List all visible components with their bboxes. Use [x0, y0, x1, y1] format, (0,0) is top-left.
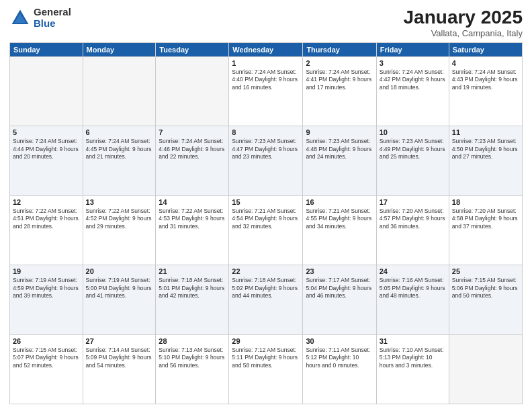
- logo: General Blue: [9, 7, 71, 29]
- day-info: Sunrise: 7:23 AM Sunset: 4:49 PM Dayligh…: [380, 138, 446, 161]
- calendar-weekday-header: Monday: [83, 43, 156, 57]
- day-info: Sunrise: 7:19 AM Sunset: 4:59 PM Dayligh…: [13, 277, 80, 300]
- day-info: Sunrise: 7:23 AM Sunset: 4:48 PM Dayligh…: [306, 138, 373, 161]
- day-number: 25: [452, 267, 519, 275]
- calendar-week-row: 5Sunrise: 7:24 AM Sunset: 4:44 PM Daylig…: [10, 126, 523, 195]
- day-info: Sunrise: 7:13 AM Sunset: 5:10 PM Dayligh…: [159, 347, 226, 369]
- day-number: 3: [380, 59, 446, 67]
- calendar-day-cell: 21Sunrise: 7:18 AM Sunset: 5:01 PM Dayli…: [156, 265, 229, 334]
- calendar-weekday-header: Thursday: [303, 43, 376, 57]
- day-number: 24: [380, 267, 446, 275]
- day-info: Sunrise: 7:11 AM Sunset: 5:12 PM Dayligh…: [306, 347, 373, 369]
- header: General Blue January 2025 Vallata, Campa…: [9, 7, 523, 38]
- calendar-day-cell: 10Sunrise: 7:23 AM Sunset: 4:49 PM Dayli…: [376, 126, 449, 195]
- day-info: Sunrise: 7:15 AM Sunset: 5:07 PM Dayligh…: [13, 347, 80, 369]
- day-number: 30: [306, 337, 373, 345]
- calendar-day-cell: 25Sunrise: 7:15 AM Sunset: 5:06 PM Dayli…: [449, 265, 522, 334]
- day-number: 16: [306, 198, 373, 206]
- calendar-weekday-header: Friday: [376, 43, 449, 57]
- day-number: 12: [13, 198, 80, 206]
- day-number: 23: [306, 267, 373, 275]
- calendar-day-cell: 7Sunrise: 7:24 AM Sunset: 4:46 PM Daylig…: [156, 126, 229, 195]
- day-info: Sunrise: 7:22 AM Sunset: 4:53 PM Dayligh…: [159, 208, 226, 230]
- calendar-week-row: 19Sunrise: 7:19 AM Sunset: 4:59 PM Dayli…: [10, 265, 523, 334]
- day-number: 5: [13, 128, 80, 136]
- day-info: Sunrise: 7:24 AM Sunset: 4:45 PM Dayligh…: [86, 138, 153, 161]
- calendar-day-cell: 15Sunrise: 7:21 AM Sunset: 4:54 PM Dayli…: [229, 195, 303, 265]
- day-number: 8: [232, 128, 300, 136]
- calendar-weekday-header: Saturday: [449, 43, 522, 57]
- calendar-day-cell: 2Sunrise: 7:24 AM Sunset: 4:41 PM Daylig…: [303, 57, 376, 126]
- calendar-day-cell: 16Sunrise: 7:21 AM Sunset: 4:55 PM Dayli…: [303, 195, 376, 265]
- calendar-day-cell: 22Sunrise: 7:18 AM Sunset: 5:02 PM Dayli…: [229, 265, 303, 334]
- day-number: 18: [452, 198, 519, 206]
- day-info: Sunrise: 7:10 AM Sunset: 5:13 PM Dayligh…: [380, 347, 446, 369]
- day-number: 27: [86, 337, 153, 345]
- day-number: 19: [13, 267, 80, 275]
- calendar-week-row: 12Sunrise: 7:22 AM Sunset: 4:51 PM Dayli…: [10, 195, 523, 265]
- day-info: Sunrise: 7:22 AM Sunset: 4:52 PM Dayligh…: [86, 208, 153, 230]
- day-number: 4: [452, 59, 519, 67]
- calendar-day-cell: 4Sunrise: 7:24 AM Sunset: 4:43 PM Daylig…: [449, 57, 522, 126]
- day-info: Sunrise: 7:23 AM Sunset: 4:50 PM Dayligh…: [452, 138, 519, 161]
- calendar-day-cell: 8Sunrise: 7:23 AM Sunset: 4:47 PM Daylig…: [229, 126, 303, 195]
- calendar-day-cell: 11Sunrise: 7:23 AM Sunset: 4:50 PM Dayli…: [449, 126, 522, 195]
- day-info: Sunrise: 7:24 AM Sunset: 4:41 PM Dayligh…: [306, 68, 373, 91]
- logo-text: General Blue: [34, 7, 71, 29]
- calendar-day-cell: [10, 57, 83, 126]
- day-info: Sunrise: 7:18 AM Sunset: 5:02 PM Dayligh…: [232, 277, 300, 300]
- calendar-day-cell: 1Sunrise: 7:24 AM Sunset: 4:40 PM Daylig…: [229, 57, 303, 126]
- calendar-day-cell: 27Sunrise: 7:14 AM Sunset: 5:09 PM Dayli…: [83, 334, 156, 404]
- day-info: Sunrise: 7:24 AM Sunset: 4:42 PM Dayligh…: [380, 68, 446, 91]
- day-info: Sunrise: 7:24 AM Sunset: 4:46 PM Dayligh…: [159, 138, 226, 161]
- calendar-day-cell: 28Sunrise: 7:13 AM Sunset: 5:10 PM Dayli…: [156, 334, 229, 404]
- day-number: 14: [159, 198, 226, 206]
- day-info: Sunrise: 7:22 AM Sunset: 4:51 PM Dayligh…: [13, 208, 80, 230]
- day-info: Sunrise: 7:17 AM Sunset: 5:04 PM Dayligh…: [306, 277, 373, 300]
- day-number: 6: [86, 128, 153, 136]
- day-number: 15: [232, 198, 300, 206]
- logo-general: General: [34, 7, 71, 18]
- day-number: 10: [380, 128, 446, 136]
- day-number: 11: [452, 128, 519, 136]
- calendar-day-cell: 13Sunrise: 7:22 AM Sunset: 4:52 PM Dayli…: [83, 195, 156, 265]
- day-info: Sunrise: 7:21 AM Sunset: 4:55 PM Dayligh…: [306, 208, 373, 230]
- day-info: Sunrise: 7:24 AM Sunset: 4:40 PM Dayligh…: [232, 68, 300, 91]
- calendar-day-cell: [83, 57, 156, 126]
- logo-icon: [9, 7, 31, 29]
- day-number: 20: [86, 267, 153, 275]
- location: Vallata, Campania, Italy: [404, 28, 523, 38]
- day-info: Sunrise: 7:14 AM Sunset: 5:09 PM Dayligh…: [86, 347, 153, 369]
- day-number: 28: [159, 337, 226, 345]
- day-info: Sunrise: 7:15 AM Sunset: 5:06 PM Dayligh…: [452, 277, 519, 300]
- day-info: Sunrise: 7:18 AM Sunset: 5:01 PM Dayligh…: [159, 277, 226, 300]
- calendar-header-row: SundayMondayTuesdayWednesdayThursdayFrid…: [10, 43, 523, 57]
- calendar-day-cell: 14Sunrise: 7:22 AM Sunset: 4:53 PM Dayli…: [156, 195, 229, 265]
- day-info: Sunrise: 7:16 AM Sunset: 5:05 PM Dayligh…: [380, 277, 446, 300]
- day-info: Sunrise: 7:19 AM Sunset: 5:00 PM Dayligh…: [86, 277, 153, 300]
- day-number: 2: [306, 59, 373, 67]
- calendar-day-cell: 17Sunrise: 7:20 AM Sunset: 4:57 PM Dayli…: [376, 195, 449, 265]
- calendar-day-cell: 5Sunrise: 7:24 AM Sunset: 4:44 PM Daylig…: [10, 126, 83, 195]
- calendar-day-cell: 30Sunrise: 7:11 AM Sunset: 5:12 PM Dayli…: [303, 334, 376, 404]
- calendar-day-cell: [449, 334, 522, 404]
- calendar-day-cell: 19Sunrise: 7:19 AM Sunset: 4:59 PM Dayli…: [10, 265, 83, 334]
- day-info: Sunrise: 7:12 AM Sunset: 5:11 PM Dayligh…: [232, 347, 300, 369]
- day-number: 1: [232, 59, 300, 67]
- day-info: Sunrise: 7:20 AM Sunset: 4:57 PM Dayligh…: [380, 208, 446, 230]
- calendar-day-cell: 9Sunrise: 7:23 AM Sunset: 4:48 PM Daylig…: [303, 126, 376, 195]
- calendar-day-cell: 20Sunrise: 7:19 AM Sunset: 5:00 PM Dayli…: [83, 265, 156, 334]
- day-number: 22: [232, 267, 300, 275]
- calendar-day-cell: 31Sunrise: 7:10 AM Sunset: 5:13 PM Dayli…: [376, 334, 449, 404]
- day-number: 31: [380, 337, 446, 345]
- calendar-week-row: 1Sunrise: 7:24 AM Sunset: 4:40 PM Daylig…: [10, 57, 523, 126]
- calendar-day-cell: 18Sunrise: 7:20 AM Sunset: 4:58 PM Dayli…: [449, 195, 522, 265]
- calendar-table: SundayMondayTuesdayWednesdayThursdayFrid…: [9, 42, 523, 404]
- day-number: 7: [159, 128, 226, 136]
- calendar-day-cell: 29Sunrise: 7:12 AM Sunset: 5:11 PM Dayli…: [229, 334, 303, 404]
- day-number: 17: [380, 198, 446, 206]
- calendar-day-cell: 23Sunrise: 7:17 AM Sunset: 5:04 PM Dayli…: [303, 265, 376, 334]
- calendar-weekday-header: Wednesday: [229, 43, 303, 57]
- day-number: 13: [86, 198, 153, 206]
- logo-blue: Blue: [34, 18, 71, 30]
